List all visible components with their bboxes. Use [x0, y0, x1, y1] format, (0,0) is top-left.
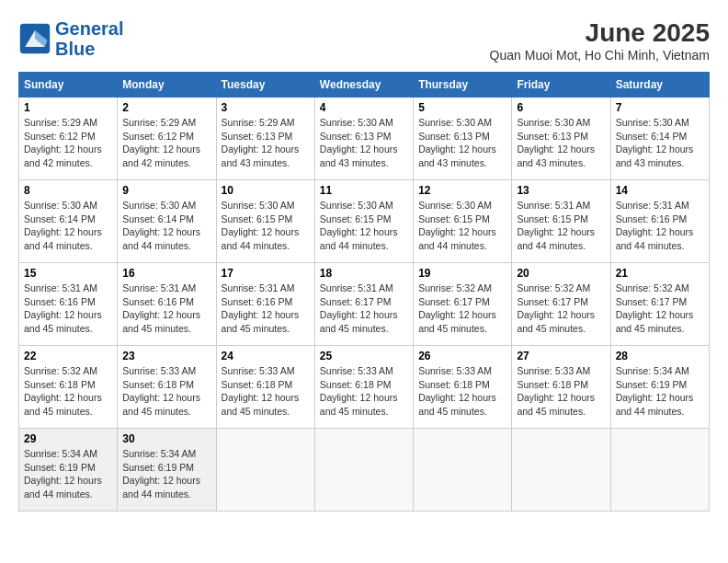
- calendar-cell: 17 Sunrise: 5:31 AM Sunset: 6:16 PM Dayl…: [216, 263, 314, 346]
- logo-text: General Blue: [55, 18, 123, 59]
- calendar-cell: 8 Sunrise: 5:30 AM Sunset: 6:14 PM Dayli…: [19, 180, 118, 263]
- calendar-cell: 11 Sunrise: 5:30 AM Sunset: 6:15 PM Dayl…: [314, 180, 413, 263]
- calendar-cell: 26 Sunrise: 5:33 AM Sunset: 6:18 PM Dayl…: [414, 346, 512, 429]
- calendar-cell: 24 Sunrise: 5:33 AM Sunset: 6:18 PM Dayl…: [216, 346, 314, 429]
- day-info: Sunrise: 5:33 AM Sunset: 6:18 PM Dayligh…: [222, 364, 310, 419]
- calendar-cell: 1 Sunrise: 5:29 AM Sunset: 6:12 PM Dayli…: [19, 98, 118, 180]
- calendar-title: June 2025: [490, 18, 710, 48]
- day-info: Sunrise: 5:30 AM Sunset: 6:13 PM Dayligh…: [320, 116, 408, 170]
- day-info: Sunrise: 5:29 AM Sunset: 6:12 PM Dayligh…: [24, 116, 112, 170]
- day-info: Sunrise: 5:30 AM Sunset: 6:14 PM Dayligh…: [616, 116, 704, 170]
- day-number: 7: [616, 101, 704, 114]
- day-number: 11: [320, 184, 408, 197]
- day-number: 21: [616, 267, 704, 280]
- day-info: Sunrise: 5:31 AM Sunset: 6:16 PM Dayligh…: [122, 282, 210, 336]
- day-number: 8: [24, 184, 112, 197]
- calendar-cell: 18 Sunrise: 5:31 AM Sunset: 6:17 PM Dayl…: [314, 263, 413, 346]
- day-info: Sunrise: 5:29 AM Sunset: 6:13 PM Dayligh…: [222, 116, 310, 170]
- calendar-cell: 2 Sunrise: 5:29 AM Sunset: 6:12 PM Dayli…: [118, 98, 216, 180]
- calendar-cell: 9 Sunrise: 5:30 AM Sunset: 6:14 PM Dayli…: [118, 180, 216, 263]
- day-number: 15: [24, 267, 112, 280]
- day-info: Sunrise: 5:33 AM Sunset: 6:18 PM Dayligh…: [320, 364, 408, 419]
- day-info: Sunrise: 5:30 AM Sunset: 6:15 PM Dayligh…: [222, 199, 310, 253]
- calendar-cell: 29 Sunrise: 5:34 AM Sunset: 6:19 PM Dayl…: [19, 429, 118, 511]
- page-header: General Blue June 2025 Quan Muoi Mot, Ho…: [18, 18, 710, 63]
- day-info: Sunrise: 5:30 AM Sunset: 6:14 PM Dayligh…: [24, 199, 112, 253]
- day-info: Sunrise: 5:32 AM Sunset: 6:17 PM Dayligh…: [616, 282, 704, 336]
- day-info: Sunrise: 5:34 AM Sunset: 6:19 PM Dayligh…: [24, 447, 112, 501]
- calendar-cell: 4 Sunrise: 5:30 AM Sunset: 6:13 PM Dayli…: [314, 98, 413, 180]
- day-info: Sunrise: 5:31 AM Sunset: 6:16 PM Dayligh…: [24, 282, 112, 336]
- day-info: Sunrise: 5:30 AM Sunset: 6:13 PM Dayligh…: [418, 116, 506, 170]
- calendar-cell: 6 Sunrise: 5:30 AM Sunset: 6:13 PM Dayli…: [512, 98, 610, 180]
- day-info: Sunrise: 5:33 AM Sunset: 6:18 PM Dayligh…: [122, 364, 210, 419]
- calendar-week-row: 22 Sunrise: 5:32 AM Sunset: 6:18 PM Dayl…: [19, 346, 710, 429]
- day-header-sunday: Sunday: [19, 73, 118, 98]
- calendar-cell: 20 Sunrise: 5:32 AM Sunset: 6:17 PM Dayl…: [512, 263, 610, 346]
- day-info: Sunrise: 5:32 AM Sunset: 6:18 PM Dayligh…: [24, 364, 112, 419]
- calendar-cell: 22 Sunrise: 5:32 AM Sunset: 6:18 PM Dayl…: [19, 346, 118, 429]
- day-info: Sunrise: 5:31 AM Sunset: 6:15 PM Dayligh…: [517, 199, 605, 253]
- day-number: 20: [517, 267, 605, 280]
- day-number: 9: [122, 184, 210, 197]
- day-header-saturday: Saturday: [610, 73, 709, 98]
- day-number: 23: [122, 350, 210, 362]
- day-header-wednesday: Wednesday: [314, 73, 413, 98]
- calendar-table: SundayMondayTuesdayWednesdayThursdayFrid…: [18, 72, 710, 511]
- day-number: 26: [418, 350, 506, 362]
- day-info: Sunrise: 5:31 AM Sunset: 6:16 PM Dayligh…: [616, 199, 704, 253]
- day-number: 13: [517, 184, 605, 197]
- day-number: 18: [320, 267, 408, 280]
- calendar-cell: 16 Sunrise: 5:31 AM Sunset: 6:16 PM Dayl…: [118, 263, 216, 346]
- day-number: 12: [418, 184, 506, 197]
- calendar-header-row: SundayMondayTuesdayWednesdayThursdayFrid…: [19, 73, 710, 98]
- day-number: 22: [24, 350, 112, 362]
- calendar-cell: 25 Sunrise: 5:33 AM Sunset: 6:18 PM Dayl…: [314, 346, 413, 429]
- day-info: Sunrise: 5:30 AM Sunset: 6:15 PM Dayligh…: [418, 199, 506, 253]
- day-number: 30: [122, 432, 210, 445]
- calendar-cell: [512, 429, 610, 511]
- calendar-cell: 5 Sunrise: 5:30 AM Sunset: 6:13 PM Dayli…: [414, 98, 512, 180]
- logo: General Blue: [18, 18, 123, 59]
- day-info: Sunrise: 5:32 AM Sunset: 6:17 PM Dayligh…: [517, 282, 605, 336]
- calendar-cell: [414, 429, 512, 511]
- day-info: Sunrise: 5:34 AM Sunset: 6:19 PM Dayligh…: [616, 364, 704, 419]
- title-block: June 2025 Quan Muoi Mot, Ho Chi Minh, Vi…: [490, 18, 710, 63]
- day-number: 10: [222, 184, 310, 197]
- day-info: Sunrise: 5:34 AM Sunset: 6:19 PM Dayligh…: [122, 447, 210, 501]
- calendar-cell: [216, 429, 314, 511]
- day-info: Sunrise: 5:29 AM Sunset: 6:12 PM Dayligh…: [122, 116, 210, 170]
- day-number: 17: [222, 267, 310, 280]
- day-number: 25: [320, 350, 408, 362]
- day-number: 24: [222, 350, 310, 362]
- calendar-cell: 27 Sunrise: 5:33 AM Sunset: 6:18 PM Dayl…: [512, 346, 610, 429]
- day-info: Sunrise: 5:33 AM Sunset: 6:18 PM Dayligh…: [418, 364, 506, 419]
- day-number: 6: [517, 101, 605, 114]
- logo-icon: [18, 22, 51, 55]
- calendar-cell: 12 Sunrise: 5:30 AM Sunset: 6:15 PM Dayl…: [414, 180, 512, 263]
- calendar-cell: 23 Sunrise: 5:33 AM Sunset: 6:18 PM Dayl…: [118, 346, 216, 429]
- day-number: 19: [418, 267, 506, 280]
- day-number: 4: [320, 101, 408, 114]
- day-number: 14: [616, 184, 704, 197]
- calendar-cell: [610, 429, 709, 511]
- calendar-cell: 14 Sunrise: 5:31 AM Sunset: 6:16 PM Dayl…: [610, 180, 709, 263]
- day-header-thursday: Thursday: [414, 73, 512, 98]
- calendar-cell: 30 Sunrise: 5:34 AM Sunset: 6:19 PM Dayl…: [118, 429, 216, 511]
- day-number: 3: [222, 101, 310, 114]
- calendar-cell: [314, 429, 413, 511]
- day-number: 28: [616, 350, 704, 362]
- day-info: Sunrise: 5:31 AM Sunset: 6:16 PM Dayligh…: [222, 282, 310, 336]
- calendar-cell: 21 Sunrise: 5:32 AM Sunset: 6:17 PM Dayl…: [610, 263, 709, 346]
- day-header-tuesday: Tuesday: [216, 73, 314, 98]
- day-number: 27: [517, 350, 605, 362]
- calendar-week-row: 8 Sunrise: 5:30 AM Sunset: 6:14 PM Dayli…: [19, 180, 710, 263]
- calendar-cell: 7 Sunrise: 5:30 AM Sunset: 6:14 PM Dayli…: [610, 98, 709, 180]
- day-number: 5: [418, 101, 506, 114]
- calendar-week-row: 29 Sunrise: 5:34 AM Sunset: 6:19 PM Dayl…: [19, 429, 710, 511]
- calendar-cell: 3 Sunrise: 5:29 AM Sunset: 6:13 PM Dayli…: [216, 98, 314, 180]
- day-number: 16: [122, 267, 210, 280]
- calendar-cell: 15 Sunrise: 5:31 AM Sunset: 6:16 PM Dayl…: [19, 263, 118, 346]
- calendar-cell: 19 Sunrise: 5:32 AM Sunset: 6:17 PM Dayl…: [414, 263, 512, 346]
- calendar-week-row: 15 Sunrise: 5:31 AM Sunset: 6:16 PM Dayl…: [19, 263, 710, 346]
